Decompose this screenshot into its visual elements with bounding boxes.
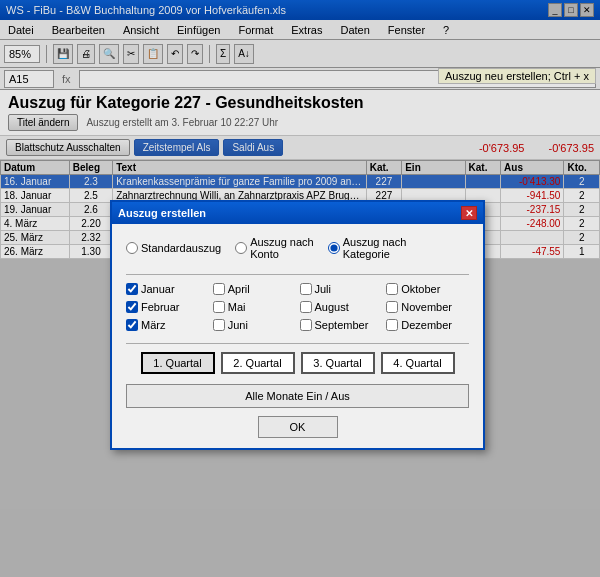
checkbox-okt-input[interactable]: [386, 283, 398, 295]
quarter-3-button[interactable]: 3. Quartal: [301, 352, 375, 374]
checkbox-jul-input[interactable]: [300, 283, 312, 295]
radio-konto-input[interactable]: [235, 242, 247, 254]
checkbox-nov-label: November: [401, 301, 452, 313]
radio-kat-label: Auszug nachKategorie: [343, 236, 407, 260]
quarter-1-button[interactable]: 1. Quartal: [141, 352, 215, 374]
checkbox-nov-input[interactable]: [386, 301, 398, 313]
checkbox-marz-label: März: [141, 319, 165, 331]
checkbox-dez-label: Dezember: [401, 319, 452, 331]
radio-konto-label: Auszug nachKonto: [250, 236, 314, 260]
month-checkboxes: Januar April Juli Oktober Februar Mai Au…: [126, 283, 469, 331]
checkbox-marz[interactable]: März: [126, 319, 209, 331]
checkbox-aug-input[interactable]: [300, 301, 312, 313]
checkbox-sep-label: September: [315, 319, 369, 331]
checkbox-apr-input[interactable]: [213, 283, 225, 295]
quarter-2-button[interactable]: 2. Quartal: [221, 352, 295, 374]
radio-konto[interactable]: Auszug nachKonto: [235, 236, 314, 260]
checkbox-sep-input[interactable]: [300, 319, 312, 331]
checkbox-feb-label: Februar: [141, 301, 180, 313]
checkbox-jul[interactable]: Juli: [300, 283, 383, 295]
dialog-title: Auszug erstellen: [118, 207, 206, 219]
ok-button[interactable]: OK: [258, 416, 338, 438]
checkbox-jan-label: Januar: [141, 283, 175, 295]
dialog-content: Standardauszug Auszug nachKonto Auszug n…: [112, 224, 483, 448]
dialog-close-button[interactable]: ✕: [461, 206, 477, 220]
all-months-button[interactable]: Alle Monate Ein / Aus: [126, 384, 469, 408]
dialog-title-bar: Auszug erstellen ✕: [112, 202, 483, 224]
checkbox-aug-label: August: [315, 301, 349, 313]
checkbox-apr-label: April: [228, 283, 250, 295]
auszug-dialog: Auszug erstellen ✕ Standardauszug Auszug…: [110, 200, 485, 450]
checkbox-jan[interactable]: Januar: [126, 283, 209, 295]
radio-std-input[interactable]: [126, 242, 138, 254]
quarter-buttons: 1. Quartal2. Quartal3. Quartal4. Quartal: [126, 352, 469, 374]
checkbox-jun[interactable]: Juni: [213, 319, 296, 331]
checkbox-jun-label: Juni: [228, 319, 248, 331]
checkbox-marz-input[interactable]: [126, 319, 138, 331]
checkbox-apr[interactable]: April: [213, 283, 296, 295]
checkbox-okt[interactable]: Oktober: [386, 283, 469, 295]
checkbox-okt-label: Oktober: [401, 283, 440, 295]
checkbox-jan-input[interactable]: [126, 283, 138, 295]
checkbox-dez-input[interactable]: [386, 319, 398, 331]
checkbox-dez[interactable]: Dezember: [386, 319, 469, 331]
checkbox-aug[interactable]: August: [300, 301, 383, 313]
divider-2: [126, 343, 469, 344]
radio-std-label: Standardauszug: [141, 242, 221, 254]
radio-kat-input[interactable]: [328, 242, 340, 254]
checkbox-feb-input[interactable]: [126, 301, 138, 313]
checkbox-mai[interactable]: Mai: [213, 301, 296, 313]
checkbox-nov[interactable]: November: [386, 301, 469, 313]
checkbox-jul-label: Juli: [315, 283, 332, 295]
radio-standardauszug[interactable]: Standardauszug: [126, 242, 221, 254]
radio-group-type: Standardauszug Auszug nachKonto Auszug n…: [126, 236, 469, 260]
divider-1: [126, 274, 469, 275]
checkbox-feb[interactable]: Februar: [126, 301, 209, 313]
checkbox-mai-input[interactable]: [213, 301, 225, 313]
quarter-4-button[interactable]: 4. Quartal: [381, 352, 455, 374]
checkbox-jun-input[interactable]: [213, 319, 225, 331]
checkbox-sep[interactable]: September: [300, 319, 383, 331]
checkbox-mai-label: Mai: [228, 301, 246, 313]
radio-kategorie[interactable]: Auszug nachKategorie: [328, 236, 407, 260]
